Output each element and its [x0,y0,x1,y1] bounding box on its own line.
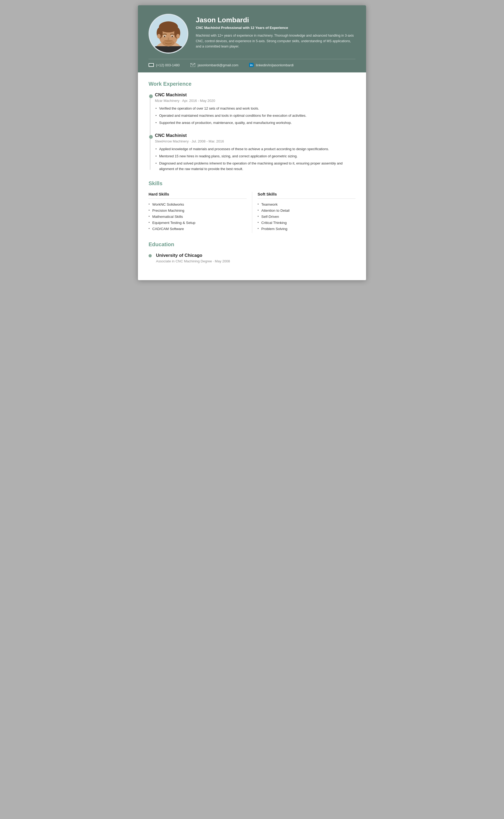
svg-rect-2 [155,46,182,54]
hard-skills-title: Hard Skills [149,192,247,199]
svg-rect-16 [149,64,153,65]
hard-skill-2: Mathematical Skills [149,215,247,219]
svg-point-7 [157,34,160,38]
skills-grid: Hard Skills WorkNC Solidworks Precision … [149,192,355,233]
company-1: SteelArrow Machinery [155,139,189,143]
avatar [149,14,188,54]
hard-skill-4: CAD/CAM Software [149,227,247,231]
work-experience-section: Work Experience CNC Machinist Mzar Machi… [149,81,355,172]
bullets-0: Verified the operation of over 12 sets o… [155,106,355,125]
candidate-name: Jason Lombardi [196,16,355,24]
bullets-1: Applied knowledge of materials and proce… [155,146,355,172]
linkedin-contact: in linkedin/in/jasonlombardi [249,63,294,67]
soft-skills-list: Teamwork Attention to Detail Self-Driven… [258,202,355,231]
hard-skills-list: WorkNC Solidworks Precision Machining Ma… [149,202,247,231]
bullet-1-0: Applied knowledge of materials and proce… [155,146,355,152]
phone-number: (+12) 003-1480 [156,63,180,67]
edu-item-0: University of Chicago Associate in CNC M… [149,253,355,263]
resume-body: Work Experience CNC Machinist Mzar Machi… [138,72,366,280]
email-icon [190,63,195,67]
header-info: Jason Lombardi CNC Machinist Professiona… [196,14,355,49]
linkedin-url: linkedin/in/jasonlombardi [256,63,293,67]
contact-bar: (+12) 003-1480 jasonlombardi@gmail.com i… [149,59,355,67]
soft-skill-1: Attention to Detail [258,209,355,213]
edu-school-0: University of Chicago [156,253,230,258]
timeline: CNC Machinist Mzar Machinery · Apr. 2016… [149,92,355,172]
soft-skills-title: Soft Skills [258,192,355,199]
education-section: Education University of Chicago Associat… [149,241,355,263]
soft-skills-column: Soft Skills Teamwork Attention to Detail… [252,192,355,233]
phone-icon [149,63,154,67]
education-title: Education [149,241,355,248]
bullet-0-0: Verified the operation of over 12 sets o… [155,106,355,111]
svg-point-11 [164,36,166,37]
soft-skill-2: Self-Driven [258,215,355,219]
email-contact: jasonlombardi@gmail.com [190,63,238,67]
job-title-0: CNC Machinist [155,92,355,98]
job-title-1: CNC Machinist [155,133,355,138]
bullet-1-1: Mentored 15 new hires in reading plans, … [155,154,355,159]
skills-title: Skills [149,180,355,187]
edu-info-0: University of Chicago Associate in CNC M… [156,253,230,263]
job-item-1: CNC Machinist SteelArrow Machinery · Jul… [155,133,355,172]
bullet-0-2: Supported the areas of production, maint… [155,120,355,126]
bullet-0-1: Operated and maintained machines and too… [155,113,355,119]
candidate-subtitle: CNC Machinist Professional with 12 Years… [196,26,355,30]
candidate-bio: Machinist with 12+ years of experience i… [196,33,355,49]
svg-point-12 [171,36,173,37]
skills-section: Skills Hard Skills WorkNC Solidworks Pre… [149,180,355,233]
soft-skill-3: Critical Thinking [258,221,355,225]
hard-skill-1: Precision Machining [149,209,247,213]
edu-dot-0 [149,254,152,257]
job-meta-0: Mzar Machinery · Apr. 2016 - May 2020 [155,99,355,103]
period-1: Jul. 2008 - Mar. 2016 [192,139,224,143]
hard-skills-column: Hard Skills WorkNC Solidworks Precision … [149,192,252,233]
resume-container: Jason Lombardi CNC Machinist Professiona… [138,5,366,280]
phone-contact: (+12) 003-1480 [149,63,180,67]
job-meta-1: SteelArrow Machinery · Jul. 2008 - Mar. … [155,139,355,143]
soft-skill-0: Teamwork [258,202,355,206]
company-0: Mzar Machinery [155,99,179,103]
job-item-0: CNC Machinist Mzar Machinery · Apr. 2016… [155,92,355,125]
email-address: jasonlombardi@gmail.com [198,63,238,67]
svg-point-8 [176,34,180,38]
bullet-1-2: Diagnosed and solved problems inherent t… [155,161,355,172]
hard-skill-0: WorkNC Solidworks [149,202,247,206]
work-experience-title: Work Experience [149,81,355,87]
period-separator-1: · [190,139,192,143]
soft-skill-4: Problem Solving [258,227,355,231]
hard-skill-3: Equipment Testing & Setup [149,221,247,225]
resume-header: Jason Lombardi CNC Machinist Professiona… [138,5,366,72]
linkedin-icon: in [249,63,254,67]
period-0: Apr. 2016 - May 2020 [182,99,215,103]
edu-degree-0: Associate in CNC Machining Degree · May … [156,259,230,263]
